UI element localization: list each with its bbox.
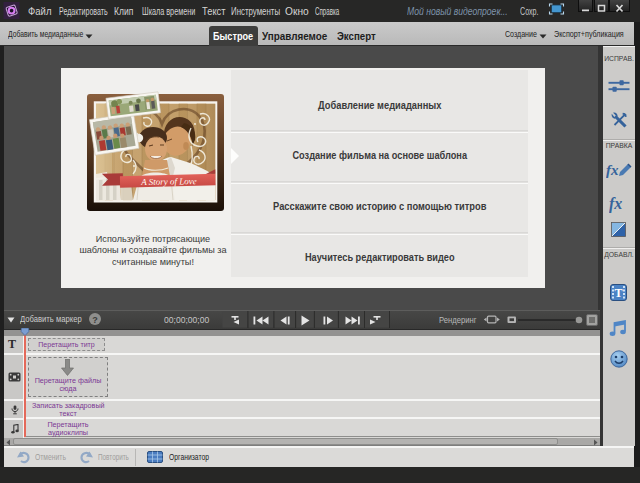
svg-text:fx: fx <box>609 195 622 213</box>
svg-text:?: ? <box>92 315 98 325</box>
svg-text:T: T <box>614 286 622 300</box>
svg-text:A Story of Love: A Story of Love <box>140 176 197 187</box>
svg-text:fx: fx <box>606 162 619 178</box>
